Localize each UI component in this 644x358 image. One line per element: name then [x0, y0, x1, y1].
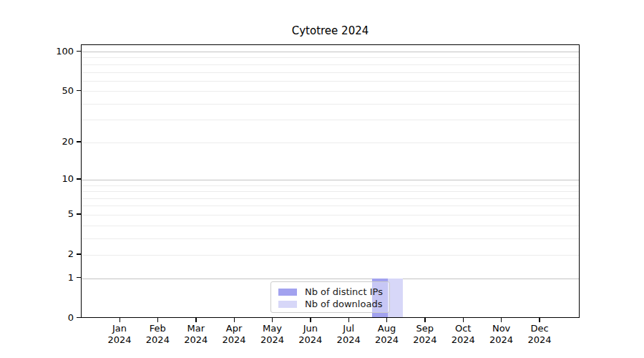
x-axis-tick-label: Apr2024	[215, 323, 253, 346]
legend-swatch-downloads	[278, 301, 297, 308]
gridline-minor	[82, 191, 579, 192]
y-axis-tick-label: 100	[41, 47, 74, 56]
gridline-minor	[82, 120, 579, 120]
gridline-minor	[82, 226, 579, 226]
x-axis-tick-label: Dec2024	[520, 323, 559, 346]
gridline-minor	[82, 81, 579, 82]
plot-area	[81, 44, 580, 318]
legend-entry-downloads: Nb of downloads	[278, 299, 389, 310]
gridline-minor	[82, 104, 579, 105]
gridline-minor	[82, 238, 579, 239]
y-axis-tick-label: 5	[41, 209, 74, 218]
gridline-minor	[82, 57, 579, 58]
gridline-major	[82, 279, 579, 279]
x-axis-tick-label: Nov2024	[482, 323, 521, 346]
x-axis-tick	[272, 318, 273, 322]
x-axis-tick-label: Mar2024	[177, 323, 215, 346]
gridline-minor	[82, 91, 579, 92]
y-axis-tick-label: 50	[41, 86, 74, 95]
chart-title: Cytotree 2024	[81, 24, 580, 37]
x-axis-tick	[119, 318, 120, 322]
x-axis-tick-label: Feb2024	[138, 323, 177, 346]
gridline-major	[82, 52, 579, 52]
legend-label-distinct-ips: Nb of distinct IPs	[305, 287, 383, 297]
y-axis-tick	[77, 213, 81, 214]
x-axis-tick	[463, 318, 464, 322]
gridline-minor	[82, 72, 579, 73]
gridline-minor	[82, 255, 579, 256]
legend: Nb of distinct IPs Nb of downloads	[270, 281, 390, 313]
y-axis-tick	[77, 253, 81, 254]
x-axis-tick-label: Jun2024	[291, 323, 330, 346]
download-stats-chart: Cytotree 2024 0125102050100Jan2024Feb202…	[0, 0, 644, 358]
y-axis-tick-label: 10	[41, 174, 74, 183]
x-axis-tick	[310, 318, 311, 322]
x-axis-tick-label: Aug2024	[368, 323, 406, 346]
x-axis-tick	[157, 318, 158, 322]
x-axis-tick-label: May2024	[253, 323, 291, 346]
legend-entry-distinct-ips: Nb of distinct IPs	[278, 286, 389, 298]
y-axis-tick-label: 0	[41, 313, 74, 322]
gridline-minor	[82, 215, 579, 216]
x-axis-tick	[386, 318, 387, 322]
x-axis-tick-label: Jul2024	[329, 323, 368, 346]
x-axis-tick	[501, 318, 502, 322]
x-axis-tick	[348, 318, 349, 322]
gridline-minor	[82, 185, 579, 186]
x-axis-tick-label: Jan2024	[100, 323, 139, 346]
legend-swatch-distinct-ips	[278, 289, 297, 296]
y-axis-tick-label: 2	[41, 249, 74, 258]
x-axis-tick-label: Sep2024	[406, 323, 444, 346]
x-axis-tick	[539, 318, 540, 322]
gridline-minor	[82, 198, 579, 199]
y-axis-tick	[77, 178, 81, 179]
y-axis-tick	[77, 141, 81, 142]
y-axis-tick	[77, 51, 81, 52]
x-axis-tick	[424, 318, 425, 322]
y-axis-tick	[77, 90, 81, 91]
gridline-minor	[82, 64, 579, 65]
x-axis-tick-label: Oct2024	[444, 323, 482, 346]
y-axis-tick-label: 1	[41, 273, 74, 282]
y-axis-tick	[77, 317, 81, 318]
gridline-minor	[82, 142, 579, 143]
x-axis-tick	[195, 318, 196, 322]
legend-label-downloads: Nb of downloads	[305, 299, 382, 309]
gridline-major	[82, 180, 579, 180]
y-axis-tick	[77, 277, 81, 278]
gridline-minor	[82, 205, 579, 206]
y-axis-tick-label: 20	[41, 137, 74, 146]
x-axis-tick	[234, 318, 235, 322]
